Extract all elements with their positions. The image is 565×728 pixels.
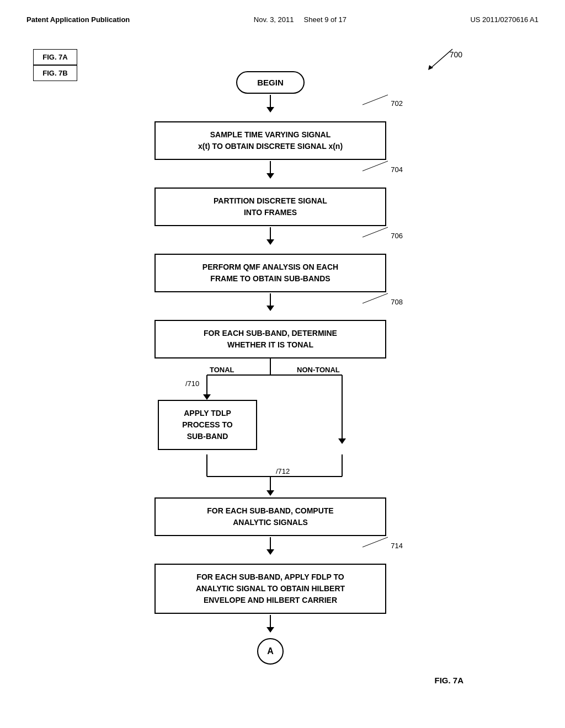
merge-section: /712	[154, 454, 386, 501]
begin-node: BEGIN	[236, 71, 305, 94]
svg-line-23	[363, 537, 388, 547]
step-708-text: FOR EACH SUB-BAND, DETERMINEWHETHER IT I…	[204, 329, 337, 349]
svg-marker-10	[203, 394, 211, 400]
header-sheet: Sheet 9 of 17	[304, 15, 347, 24]
arrow-706-708: 708	[77, 292, 463, 320]
svg-line-3	[363, 161, 388, 171]
svg-text:/710: /710	[185, 379, 199, 388]
arrow-begin-702: 702	[77, 94, 463, 121]
step-702-box: SAMPLE TIME VARYING SIGNALx(t) TO OBTAIN…	[154, 121, 386, 160]
arrow-712-714: 714	[77, 536, 463, 564]
fig-navigation: FIG. 7A FIG. 7B	[33, 49, 77, 81]
svg-marker-15	[338, 438, 346, 444]
step-704-box: PARTITION DISCRETE SIGNALINTO FRAMES	[154, 188, 386, 226]
svg-line-4	[363, 227, 388, 237]
step-706-box: PERFORM QMF ANALYSIS ON EACHFRAME TO OBT…	[154, 254, 386, 292]
step-708-label: 708	[361, 292, 403, 306]
arrow-704-706: 706	[77, 226, 463, 254]
step-704: PARTITION DISCRETE SIGNALINTO FRAMES	[154, 188, 386, 226]
header-left: Patent Application Publication	[26, 15, 130, 24]
arrow-702-704: 704	[77, 160, 463, 188]
connector-a-label: A	[267, 646, 274, 656]
step-702: SAMPLE TIME VARYING SIGNALx(t) TO OBTAIN…	[154, 121, 386, 160]
begin-label: BEGIN	[257, 78, 284, 87]
step-704-label: 704	[361, 160, 403, 174]
header-center: Nov. 3, 2011 Sheet 9 of 17	[254, 15, 347, 24]
svg-text:NON-TONAL: NON-TONAL	[297, 366, 340, 374]
step-706-label: 706	[361, 226, 403, 240]
step-710-text: APPLY TDLPPROCESS TOSUB-BAND	[182, 409, 233, 441]
step-702-label: 702	[361, 94, 403, 108]
branch-section: TONAL /710 NON-TONAL APPLY TDLPPROCESS T…	[154, 358, 386, 460]
svg-text:/712: /712	[276, 467, 290, 475]
fig-nav-item-7b: FIG. 7B	[33, 65, 77, 81]
step-706-text: PERFORM QMF ANALYSIS ON EACHFRAME TO OBT…	[202, 263, 338, 283]
begin-shape: BEGIN	[236, 71, 305, 94]
connector-a: A	[257, 638, 284, 665]
step-708: FOR EACH SUB-BAND, DETERMINEWHETHER IT I…	[154, 320, 386, 358]
arrow-714-a	[266, 614, 274, 638]
step-710: APPLY TDLPPROCESS TOSUB-BAND	[158, 400, 257, 450]
diagram-area: 700 BEGIN 702 SAMPLE TIME VARYI	[77, 49, 463, 685]
svg-text:TONAL: TONAL	[210, 366, 234, 374]
step-706: PERFORM QMF ANALYSIS ON EACHFRAME TO OBT…	[154, 254, 386, 292]
step-714-label: 714	[361, 536, 403, 550]
step-712-box: FOR EACH SUB-BAND, COMPUTEANALYTIC SIGNA…	[154, 497, 386, 536]
step-704-text: PARTITION DISCRETE SIGNALINTO FRAMES	[214, 196, 327, 217]
connector-a-shape: A	[257, 638, 284, 665]
figure-label: FIG. 7A	[77, 676, 463, 685]
svg-marker-21	[266, 490, 274, 496]
svg-line-2	[363, 95, 388, 105]
step-714: FOR EACH SUB-BAND, APPLY FDLP TOANALYTIC…	[154, 564, 386, 614]
step-714-text: FOR EACH SUB-BAND, APPLY FDLP TOANALYTIC…	[196, 572, 345, 604]
step-712: FOR EACH SUB-BAND, COMPUTEANALYTIC SIGNA…	[154, 497, 386, 536]
flowchart: BEGIN 702 SAMPLE TIME VARYING SIGNALx(t)…	[77, 49, 463, 665]
header-right: US 2011/0270616 A1	[470, 15, 539, 24]
header-date: Nov. 3, 2011	[254, 15, 294, 24]
merge-svg: /712	[154, 454, 386, 499]
svg-line-5	[363, 293, 388, 303]
main-content: FIG. 7A FIG. 7B 700 BEGIN	[0, 33, 565, 707]
step-708-box: FOR EACH SUB-BAND, DETERMINEWHETHER IT I…	[154, 320, 386, 358]
step-714-box: FOR EACH SUB-BAND, APPLY FDLP TOANALYTIC…	[154, 564, 386, 614]
step-712-text: FOR EACH SUB-BAND, COMPUTEANALYTIC SIGNA…	[207, 506, 333, 527]
fig-nav-item-7a: FIG. 7A	[33, 49, 77, 65]
step-702-text: SAMPLE TIME VARYING SIGNALx(t) TO OBTAIN…	[198, 130, 343, 151]
step-710-box: APPLY TDLPPROCESS TOSUB-BAND	[158, 400, 257, 450]
page-header: Patent Application Publication Nov. 3, 2…	[0, 0, 565, 33]
